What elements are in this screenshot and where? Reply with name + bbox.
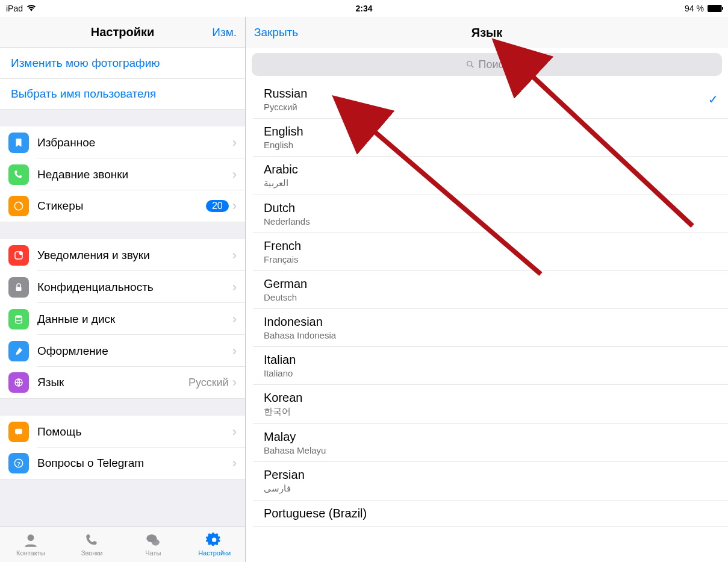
language-primary: Arabic bbox=[264, 163, 717, 176]
language-primary: Portuguese (Brazil) bbox=[264, 507, 717, 520]
chevron-right-icon: › bbox=[232, 311, 237, 327]
language-row[interactable]: Portuguese (Brazil) bbox=[253, 501, 728, 527]
language-secondary: Français bbox=[264, 254, 717, 264]
notifications-row[interactable]: Уведомления и звуки › bbox=[0, 239, 245, 271]
svg-point-9 bbox=[27, 534, 34, 541]
settings-title: Настройки bbox=[91, 25, 155, 39]
faq-label: Вопросы о Telegram bbox=[37, 457, 232, 470]
language-primary: Dutch bbox=[264, 201, 717, 215]
clock: 2:34 bbox=[355, 4, 372, 13]
language-row[interactable]: IndonesianBahasa Indonesia bbox=[253, 309, 728, 347]
favorites-row[interactable]: Избранное › bbox=[0, 126, 245, 158]
chevron-right-icon: › bbox=[232, 455, 237, 471]
language-primary: Malay bbox=[264, 430, 717, 444]
search-icon bbox=[465, 60, 475, 69]
language-row[interactable]: DutchNederlands bbox=[253, 195, 728, 233]
faq-row[interactable]: ? Вопросы о Telegram › bbox=[0, 448, 245, 479]
close-button[interactable]: Закрыть bbox=[254, 26, 298, 39]
database-icon bbox=[8, 309, 29, 329]
settings-pane: Настройки Изм. Изменить мою фотографию В… bbox=[0, 17, 246, 562]
data-row[interactable]: Данные и диск › bbox=[0, 303, 245, 335]
help-row[interactable]: Помощь › bbox=[0, 416, 245, 448]
language-label: Язык bbox=[37, 376, 188, 389]
language-row[interactable]: MalayBahasa Melayu bbox=[253, 424, 728, 462]
language-secondary: English bbox=[264, 140, 717, 150]
language-row[interactable]: GermanDeutsch bbox=[253, 271, 728, 309]
chevron-right-icon: › bbox=[232, 375, 237, 390]
language-row[interactable]: Korean한국어 bbox=[253, 385, 728, 424]
language-row[interactable]: Язык Русский › bbox=[0, 367, 245, 399]
language-pane: Закрыть Язык Поиск RussianРусский✓Englis… bbox=[246, 17, 728, 562]
device-label: iPad bbox=[6, 4, 23, 13]
tab-chats-label: Чаты bbox=[145, 549, 161, 557]
language-secondary: فارسی bbox=[264, 483, 717, 494]
language-primary: Indonesian bbox=[264, 315, 717, 329]
tab-calls[interactable]: Звонки bbox=[61, 526, 123, 562]
svg-point-4 bbox=[16, 315, 22, 318]
language-secondary: Italiano bbox=[264, 368, 717, 378]
language-navbar: Закрыть Язык bbox=[246, 17, 728, 48]
lock-icon bbox=[8, 277, 29, 298]
recent-calls-label: Недавние звонки bbox=[37, 168, 232, 181]
tab-chats[interactable]: Чаты bbox=[123, 526, 184, 562]
svg-rect-3 bbox=[16, 287, 22, 291]
chat-icon bbox=[8, 422, 29, 442]
language-row[interactable]: ItalianItaliano bbox=[253, 347, 728, 385]
chats-icon bbox=[145, 532, 161, 548]
battery-percent: 94 % bbox=[685, 4, 704, 13]
phone-icon bbox=[84, 532, 101, 548]
check-icon: ✓ bbox=[708, 92, 718, 107]
data-label: Данные и диск bbox=[37, 313, 232, 326]
change-photo-link[interactable]: Изменить мою фотографию bbox=[0, 48, 245, 79]
bookmark-icon bbox=[8, 133, 29, 153]
recent-calls-row[interactable]: Недавние звонки › bbox=[0, 158, 245, 190]
chevron-right-icon: › bbox=[232, 424, 237, 440]
notifications-label: Уведомления и звуки bbox=[37, 249, 232, 262]
stickers-label: Стикеры bbox=[37, 199, 206, 213]
person-icon bbox=[22, 532, 39, 548]
search-placeholder: Поиск bbox=[479, 58, 509, 71]
chevron-right-icon: › bbox=[232, 248, 237, 263]
notifications-icon bbox=[8, 245, 29, 266]
language-row[interactable]: RussianРусский✓ bbox=[253, 81, 728, 119]
tab-contacts[interactable]: Контакты bbox=[0, 526, 61, 562]
chevron-right-icon: › bbox=[232, 167, 237, 183]
stickers-row[interactable]: Стикеры 20 › bbox=[0, 190, 245, 222]
stickers-badge: 20 bbox=[206, 200, 229, 212]
wifi-icon bbox=[26, 5, 36, 12]
chevron-right-icon: › bbox=[232, 279, 237, 295]
svg-rect-6 bbox=[15, 428, 22, 434]
edit-button[interactable]: Изм. bbox=[212, 26, 237, 39]
svg-point-12 bbox=[467, 61, 471, 66]
language-title: Язык bbox=[471, 26, 502, 40]
language-primary: English bbox=[264, 125, 717, 139]
language-row[interactable]: EnglishEnglish bbox=[253, 119, 728, 157]
brush-icon bbox=[8, 341, 29, 361]
language-primary: French bbox=[264, 239, 717, 253]
phone-icon bbox=[8, 164, 29, 185]
language-primary: Italian bbox=[264, 353, 717, 367]
language-primary: Persian bbox=[264, 468, 717, 482]
svg-text:?: ? bbox=[17, 460, 20, 467]
language-secondary: Deutsch bbox=[264, 292, 717, 302]
language-row[interactable]: FrenchFrançais bbox=[253, 233, 728, 271]
language-list[interactable]: RussianРусский✓EnglishEnglishArabicالعرب… bbox=[246, 81, 728, 562]
tab-settings-label: Настройки bbox=[198, 549, 231, 557]
chevron-right-icon: › bbox=[232, 343, 237, 359]
privacy-row[interactable]: Конфиденциальность › bbox=[0, 271, 245, 303]
search-input[interactable]: Поиск bbox=[252, 53, 722, 76]
language-secondary: Nederlands bbox=[264, 216, 717, 226]
settings-navbar: Настройки Изм. bbox=[0, 17, 245, 48]
gear-icon bbox=[206, 532, 223, 548]
language-secondary: Русский bbox=[264, 102, 717, 112]
appearance-row[interactable]: Оформление › bbox=[0, 335, 245, 367]
stickers-icon bbox=[8, 196, 29, 216]
language-value: Русский bbox=[188, 376, 229, 389]
language-row[interactable]: Persianفارسی bbox=[253, 462, 728, 501]
language-row[interactable]: Arabicالعربية bbox=[253, 157, 728, 195]
tab-settings[interactable]: Настройки bbox=[184, 526, 245, 562]
choose-username-link[interactable]: Выбрать имя пользователя bbox=[0, 79, 245, 110]
chevron-right-icon: › bbox=[232, 135, 237, 151]
language-primary: Russian bbox=[264, 87, 717, 101]
battery-icon bbox=[708, 5, 722, 12]
